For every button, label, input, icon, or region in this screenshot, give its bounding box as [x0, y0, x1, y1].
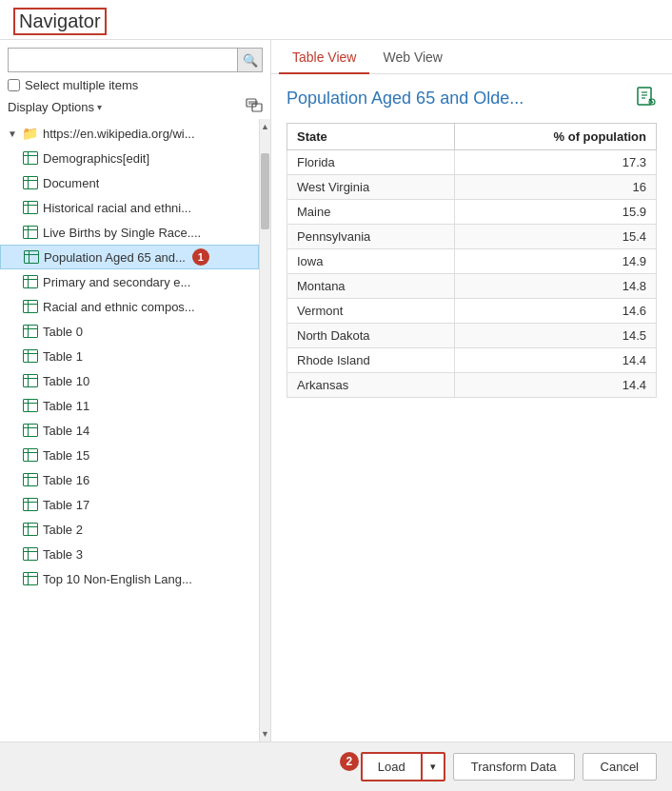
- left-panel: 🔍 Select multiple items Display Options …: [0, 40, 271, 742]
- display-options-arrow-icon: ▾: [97, 102, 102, 112]
- svg-rect-22: [24, 301, 38, 313]
- table-icon: [24, 250, 39, 264]
- preview-title: Population Aged 65 and Olde...: [287, 89, 524, 109]
- list-item[interactable]: Table 11: [0, 393, 259, 418]
- badge-1: 1: [192, 248, 209, 266]
- cell-state: Florida: [287, 150, 455, 175]
- table-row: Florida 17.3: [287, 150, 657, 175]
- tree-item-label: Historical racial and ethni...: [43, 201, 191, 215]
- tree-list: ▼ 📁 https://en.wikipedia.org/wi...: [0, 119, 259, 742]
- list-item[interactable]: Live Births by Single Race....: [0, 220, 259, 245]
- load-dropdown-button[interactable]: ▾: [422, 752, 445, 781]
- save-to-file-icon[interactable]: [636, 86, 657, 111]
- column-state: State: [287, 124, 455, 150]
- cell-state: North Dakota: [287, 324, 455, 348]
- load-button[interactable]: Load: [361, 752, 422, 781]
- cell-state: Montana: [287, 274, 455, 299]
- tree-item-label: Demographics[edit]: [43, 151, 149, 166]
- search-button[interactable]: 🔍: [238, 48, 263, 72]
- tree-item-label: Table 14: [43, 424, 89, 438]
- cell-pct: 16: [454, 175, 656, 200]
- transform-data-button[interactable]: Transform Data: [453, 753, 575, 781]
- list-item[interactable]: Table 2: [0, 517, 259, 542]
- load-badge: 2: [340, 752, 359, 771]
- cell-pct: 14.4: [454, 373, 656, 398]
- tree-item-label: Primary and secondary e...: [43, 275, 190, 289]
- cell-pct: 17.3: [454, 150, 656, 175]
- navigator-dialog: Navigator 🔍 Select multiple items Displa…: [0, 0, 672, 791]
- list-item[interactable]: Table 1: [0, 344, 259, 368]
- tree-item-label: Table 10: [43, 374, 89, 388]
- list-item[interactable]: Table 15: [0, 443, 259, 467]
- scrollbar-thumb[interactable]: [261, 153, 269, 229]
- tree-item-label: Live Births by Single Race....: [43, 226, 201, 240]
- table-icon: [23, 325, 38, 338]
- table-icon: [23, 151, 38, 165]
- table-icon: [23, 374, 38, 387]
- list-item[interactable]: Table 14: [0, 418, 259, 443]
- list-item[interactable]: Document: [0, 170, 259, 195]
- svg-rect-16: [25, 251, 39, 264]
- svg-rect-1: [252, 104, 262, 111]
- table-row: Rhode Island 14.4: [287, 348, 657, 373]
- table-icon: [23, 300, 38, 313]
- tree-item-label: Table 17: [43, 498, 89, 512]
- list-item[interactable]: Racial and ethnic compos...: [0, 294, 259, 319]
- tree-item-label: Table 1: [43, 349, 83, 364]
- tree-item-label: Document: [43, 176, 99, 190]
- table-icon: [23, 448, 38, 462]
- tree-item-label: Table 16: [43, 473, 89, 487]
- svg-rect-37: [24, 425, 38, 437]
- table-icon: [23, 176, 38, 189]
- display-options-label: Display Options: [8, 100, 94, 114]
- cancel-button[interactable]: Cancel: [583, 753, 657, 781]
- svg-rect-10: [24, 202, 38, 214]
- table-icon: [23, 275, 38, 288]
- tree-parent-item[interactable]: ▼ 📁 https://en.wikipedia.org/wi...: [0, 121, 259, 146]
- cell-pct: 15.4: [454, 225, 656, 249]
- table-row: Iowa 14.9: [287, 249, 657, 274]
- list-item[interactable]: Historical racial and ethni...: [0, 195, 259, 220]
- table-icon: [23, 349, 38, 363]
- search-input[interactable]: [8, 48, 238, 72]
- select-multiple-checkbox[interactable]: [8, 79, 20, 91]
- list-item[interactable]: Top 10 Non-English Lang...: [0, 566, 259, 591]
- collapse-arrow-icon: ▼: [8, 129, 17, 139]
- table-icon: [23, 523, 38, 536]
- svg-rect-34: [24, 400, 38, 412]
- list-item[interactable]: Table 17: [0, 492, 259, 517]
- tree-item-label: Racial and ethnic compos...: [43, 300, 195, 314]
- table-icon: [23, 572, 38, 585]
- tab-table-view[interactable]: Table View: [279, 40, 369, 74]
- tree-item-label: Table 15: [43, 448, 89, 463]
- preview-area: Population Aged 65 and Olde...: [271, 74, 672, 742]
- list-item[interactable]: Primary and secondary e...: [0, 269, 259, 294]
- search-bar: 🔍: [0, 40, 270, 76]
- list-item[interactable]: Table 0: [0, 319, 259, 344]
- table-row: North Dakota 14.5: [287, 324, 657, 348]
- scrollbar-up-arrow[interactable]: ▲: [260, 119, 270, 134]
- tree-item-label: Table 0: [43, 325, 83, 339]
- table-row: Maine 15.9: [287, 200, 657, 225]
- table-row: Arkansas 14.4: [287, 373, 657, 398]
- table-icon: [23, 498, 38, 511]
- list-item[interactable]: Table 10: [0, 368, 259, 393]
- refresh-button[interactable]: [246, 98, 263, 115]
- list-item[interactable]: Table 3: [0, 542, 259, 566]
- display-options-button[interactable]: Display Options ▾: [8, 100, 102, 114]
- cell-state: Pennsylvania: [287, 225, 455, 249]
- svg-rect-4: [24, 152, 38, 165]
- cell-pct: 14.9: [454, 249, 656, 274]
- tab-web-view[interactable]: Web View: [369, 40, 456, 74]
- tree-scrollbar[interactable]: ▲ ▼: [259, 119, 270, 742]
- table-row: Vermont 14.6: [287, 299, 657, 324]
- preview-header: Population Aged 65 and Olde...: [287, 86, 657, 111]
- table-row: Pennsylvania 15.4: [287, 225, 657, 249]
- list-item[interactable]: Table 16: [0, 467, 259, 492]
- scrollbar-down-arrow[interactable]: ▼: [260, 726, 270, 742]
- svg-rect-40: [24, 449, 38, 462]
- tree-item-label: Population Aged 65 and...: [44, 250, 186, 265]
- display-options-row: Display Options ▾: [0, 96, 270, 119]
- list-item-selected[interactable]: Population Aged 65 and... 1: [0, 245, 259, 269]
- list-item[interactable]: Demographics[edit]: [0, 146, 259, 170]
